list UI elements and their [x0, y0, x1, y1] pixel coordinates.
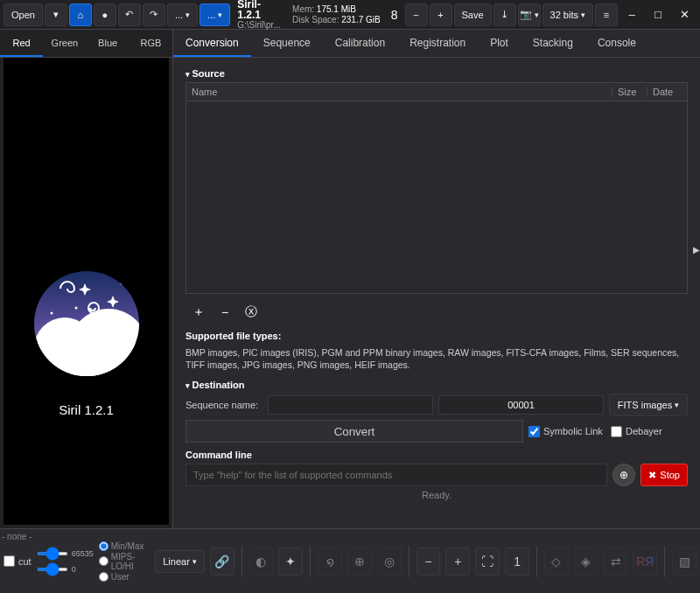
- svg-point-3: [120, 282, 122, 284]
- stretch-dropdown[interactable]: Linear: [155, 550, 205, 573]
- col-date[interactable]: Date: [647, 87, 682, 97]
- tab-sequence[interactable]: Sequence: [251, 30, 323, 57]
- tab-rgb[interactable]: RGB: [130, 30, 172, 57]
- hamburger-menu[interactable]: ≡: [595, 3, 618, 26]
- left-pane: Red Green Blue RGB: [0, 30, 173, 528]
- tab-blue[interactable]: Blue: [87, 30, 130, 57]
- tab-calibration[interactable]: Calibration: [323, 30, 397, 57]
- zoom-out-button[interactable]: −: [416, 548, 441, 576]
- command-input[interactable]: [186, 464, 607, 486]
- mirror-v-button[interactable]: RЯ: [633, 548, 657, 576]
- save-button[interactable]: Save: [454, 3, 492, 26]
- cut-check[interactable]: [4, 555, 15, 567]
- maximize-window[interactable]: □: [646, 3, 670, 26]
- col-size[interactable]: Size: [612, 87, 647, 97]
- dots-dropdown-1[interactable]: ...: [167, 3, 198, 26]
- symlink-check[interactable]: Symbolic Link: [528, 426, 606, 437]
- close-window[interactable]: ✕: [672, 3, 696, 26]
- open-dropdown[interactable]: ▾: [45, 3, 67, 26]
- save-as-button[interactable]: ⤓: [494, 3, 516, 26]
- tab-red[interactable]: Red: [0, 30, 43, 57]
- spiral-button[interactable]: ໑: [318, 548, 342, 576]
- clear-files-button[interactable]: ⓧ: [242, 303, 261, 322]
- app-path: G:\Siril\pr...: [237, 20, 282, 31]
- record-button[interactable]: ●: [94, 3, 116, 26]
- globe-button[interactable]: ⊕: [347, 548, 372, 576]
- right-pane: Conversion Sequence Calibration Registra…: [173, 30, 700, 528]
- redo-button[interactable]: ↷: [143, 3, 165, 26]
- channel-tabs: Red Green Blue RGB: [0, 30, 172, 58]
- memory-info: Mem: 175.1 MiB Disk Space: 231.7 GiB: [289, 4, 384, 25]
- minimize-window[interactable]: –: [620, 3, 644, 26]
- bits-dropdown[interactable]: 32 bits: [542, 3, 593, 26]
- format-dropdown[interactable]: FITS images: [609, 394, 688, 416]
- minmax-radio[interactable]: Min/Max: [99, 541, 150, 551]
- snapshot-button[interactable]: 📷: [518, 3, 541, 26]
- layers-button[interactable]: ▧: [672, 548, 696, 576]
- zoom-one-button[interactable]: 1: [505, 548, 529, 576]
- col-name[interactable]: Name: [192, 87, 612, 97]
- rotate-left-button[interactable]: ◇: [544, 548, 569, 576]
- file-table-header: Name Size Date: [186, 82, 688, 101]
- dots-dropdown-2[interactable]: ...: [200, 3, 230, 26]
- world-button[interactable]: ⊕: [612, 464, 635, 486]
- rotate-right-button[interactable]: ◈: [574, 548, 598, 576]
- hi-value: 65535: [72, 549, 94, 558]
- zoom-in-button[interactable]: +: [445, 548, 470, 576]
- logo-text: Siril 1.2.1: [59, 402, 114, 417]
- undo-button[interactable]: ↶: [118, 3, 141, 26]
- destination-header[interactable]: Destination: [186, 380, 688, 390]
- seq-name-input[interactable]: [268, 395, 433, 415]
- thread-count[interactable]: 8: [386, 8, 403, 22]
- seq-number-input[interactable]: [438, 395, 604, 415]
- tab-registration[interactable]: Registration: [397, 30, 478, 57]
- tab-conversion[interactable]: Conversion: [173, 30, 251, 57]
- tab-stacking[interactable]: Stacking: [521, 30, 585, 57]
- top-toolbar: Open ▾ ⌂ ● ↶ ↷ ... ... Siril-1.2.1 G:\Si…: [0, 0, 700, 30]
- supported-text: BMP images, PIC images (IRIS), PGM and P…: [186, 346, 688, 371]
- status-ready: Ready.: [186, 490, 688, 500]
- seq-name-label: Sequence name:: [186, 400, 262, 410]
- preview-area: Siril 1.2.1: [4, 58, 169, 525]
- main-area: Red Green Blue RGB: [0, 30, 700, 528]
- invert-button[interactable]: ◐: [249, 548, 274, 576]
- debayer-check[interactable]: Debayer: [611, 426, 688, 437]
- star-button[interactable]: ✦: [278, 548, 303, 576]
- lo-value: 0: [72, 565, 76, 574]
- hi-slider[interactable]: [37, 552, 68, 555]
- siril-logo: [34, 271, 139, 376]
- none-label: - none -: [2, 532, 32, 541]
- home-button[interactable]: ⌂: [69, 3, 92, 26]
- open-button[interactable]: Open: [4, 3, 43, 26]
- title-block: Siril-1.2.1 G:\Siril\pr...: [232, 0, 287, 31]
- tab-green[interactable]: Green: [43, 30, 86, 57]
- expand-right-icon[interactable]: ▶: [693, 245, 700, 255]
- mirror-h-button[interactable]: ⇄: [604, 548, 628, 576]
- cmdline-label: Command line: [186, 450, 688, 460]
- lo-slider[interactable]: [37, 568, 68, 571]
- user-radio[interactable]: User: [99, 572, 150, 582]
- add-file-button[interactable]: ＋: [189, 303, 208, 322]
- tab-console[interactable]: Console: [585, 30, 648, 57]
- chain-button[interactable]: 🔗: [210, 548, 234, 576]
- app-title: Siril-1.2.1: [237, 0, 282, 20]
- process-tabs: Conversion Sequence Calibration Registra…: [173, 30, 700, 58]
- cut-label: cut: [18, 556, 32, 567]
- conversion-panel: Source Name Size Date ＋ − ⓧ Supported fi…: [173, 58, 700, 528]
- source-header[interactable]: Source: [186, 68, 688, 79]
- target-button[interactable]: ◎: [377, 548, 402, 576]
- tab-plot[interactable]: Plot: [478, 30, 521, 57]
- svg-point-0: [50, 311, 52, 314]
- file-table-body[interactable]: [186, 101, 688, 294]
- stop-button[interactable]: ✖ Stop: [640, 464, 688, 486]
- plus-button[interactable]: +: [430, 3, 452, 26]
- zoom-fit-button[interactable]: ⛶: [475, 548, 500, 576]
- supported-header: Supported file types:: [186, 331, 688, 341]
- mips-radio[interactable]: MIPS-LO/HI: [99, 552, 150, 571]
- remove-file-button[interactable]: −: [215, 303, 234, 322]
- convert-button[interactable]: Convert: [186, 420, 523, 443]
- bottom-toolbar: cut 65535 0 Min/Max MIPS-LO/HI User Line…: [0, 528, 700, 593]
- minus-button[interactable]: −: [405, 3, 428, 26]
- svg-point-1: [74, 306, 77, 309]
